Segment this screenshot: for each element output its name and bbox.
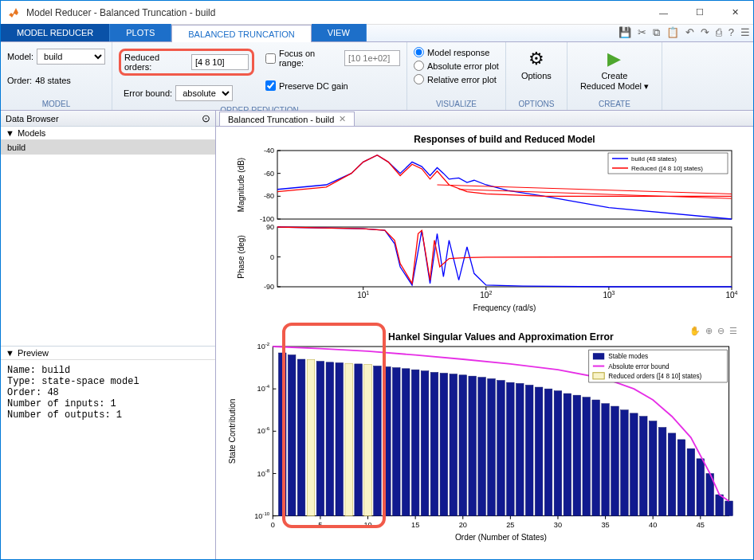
svg-text:15: 15 [411,521,419,529]
svg-text:Frequency  (rad/s): Frequency (rad/s) [473,303,536,312]
svg-rect-76 [364,365,372,516]
svg-rect-113 [716,495,724,516]
svg-text:30: 30 [554,521,562,529]
tab-balanced-truncation[interactable]: BALANCED TRUNCATION [171,25,311,42]
svg-text:25: 25 [506,521,514,529]
model-label: Model: [7,52,33,61]
copy-icon[interactable]: ⧉ [653,26,660,39]
svg-rect-68 [288,355,296,516]
models-header-label: Models [18,128,45,138]
svg-text:-90: -90 [264,283,274,291]
plot-tab-label: Balanced Truncation - build [228,115,334,124]
print-icon[interactable]: ⎙ [716,26,722,39]
model-list-item[interactable]: build [1,140,215,155]
options-label: Options [521,71,552,80]
abs-error-label: Absolute error plot [427,61,499,71]
svg-rect-81 [411,370,419,515]
pan-icon[interactable]: ✋ [689,326,701,336]
paste-icon[interactable]: 📋 [666,26,679,39]
focus-range-check[interactable] [265,53,276,64]
svg-text:5: 5 [318,521,322,529]
svg-rect-84 [440,373,448,515]
minimize-button[interactable]: — [646,1,681,25]
svg-rect-78 [383,366,391,515]
svg-text:Absolute error bound: Absolute error bound [608,363,670,370]
create-group-label: CREATE [574,98,655,110]
svg-text:-80: -80 [264,192,274,200]
preview-section-header[interactable]: ▼ Preview [1,347,215,360]
preview-text: Name: build Type: state-space model Orde… [1,360,215,559]
tab-plots[interactable]: PLOTS [110,24,171,41]
svg-rect-72 [326,362,334,516]
svg-text:State Contribution: State Contribution [228,398,237,464]
preserve-dc-label: Preserve DC gain [279,81,348,91]
visualize-group-label: VISUALIZE [414,98,499,110]
svg-rect-99 [583,397,591,516]
svg-rect-69 [297,359,305,516]
zoom-out-icon[interactable]: ⊖ [717,326,725,336]
undo-icon[interactable]: ↶ [685,26,694,39]
redo-icon[interactable]: ↷ [701,26,709,39]
svg-text:10-4: 10-4 [257,383,270,393]
svg-text:Phase (deg): Phase (deg) [237,235,245,278]
svg-rect-101 [602,404,610,516]
tab-model-reducer[interactable]: MODEL REDUCER [1,24,110,41]
rel-error-radio[interactable] [414,74,424,84]
svg-rect-94 [535,387,543,516]
help-icon[interactable]: ? [728,26,734,39]
svg-rect-92 [516,383,524,515]
svg-rect-89 [488,378,496,515]
model-group-label: MODEL [7,98,105,110]
focus-range-input [344,50,400,66]
cut-icon[interactable]: ✂ [638,26,646,39]
svg-text:103: 103 [603,290,615,300]
error-bound-select[interactable]: absolute [175,85,233,101]
svg-rect-67 [278,353,286,516]
menu-icon[interactable]: ☰ [740,26,750,39]
svg-rect-73 [336,362,344,515]
tab-view[interactable]: VIEW [312,24,367,41]
plot-tab[interactable]: Balanced Truncation - build ✕ [219,112,355,126]
order-value: 48 states [35,76,71,85]
svg-rect-79 [393,368,401,516]
models-section-header[interactable]: ▼ Models [1,127,215,140]
svg-text:35: 35 [601,521,609,529]
preview-header-label: Preview [18,348,49,358]
svg-text:0: 0 [270,253,274,261]
svg-rect-110 [687,448,695,515]
svg-text:build (48 states): build (48 states) [631,155,677,163]
svg-rect-91 [507,382,515,515]
model-select[interactable]: build [37,49,105,65]
svg-rect-120 [593,373,604,379]
svg-text:101: 101 [357,290,369,300]
gear-icon: ⚙ [528,49,544,69]
svg-rect-80 [402,369,410,516]
data-browser-collapse-icon[interactable]: ⊙ [202,112,210,124]
svg-rect-70 [307,359,315,515]
svg-text:10: 10 [363,521,371,529]
preserve-dc-check[interactable] [265,80,276,91]
create-reduced-model-button[interactable]: ▶ CreateReduced Model ▾ [574,45,655,95]
svg-rect-108 [668,433,676,516]
titlebar: Model Reducer - Balanced Truncation - bu… [1,1,753,25]
ribbon-tab-strip: MODEL REDUCER PLOTS BALANCED TRUNCATION … [1,25,753,42]
svg-text:-60: -60 [264,170,274,178]
svg-text:102: 102 [480,290,492,300]
zoom-in-icon[interactable]: ⊕ [705,326,713,336]
svg-rect-88 [478,378,486,516]
menu-icon[interactable]: ☰ [729,326,737,336]
svg-rect-90 [497,381,505,516]
abs-error-radio[interactable] [414,61,424,71]
svg-text:10-6: 10-6 [257,425,270,435]
svg-text:10-8: 10-8 [257,468,270,477]
maximize-button[interactable]: ☐ [681,1,717,25]
options-button[interactable]: ⚙ Options [512,45,560,84]
save-icon[interactable]: 💾 [619,26,631,39]
close-button[interactable]: ✕ [717,1,753,25]
svg-rect-82 [421,371,429,516]
model-response-radio[interactable] [414,47,424,57]
rel-error-label: Relative error plot [427,75,497,84]
svg-text:40: 40 [649,521,657,529]
reduced-orders-input[interactable] [191,54,249,70]
tab-close-icon[interactable]: ✕ [339,114,346,124]
